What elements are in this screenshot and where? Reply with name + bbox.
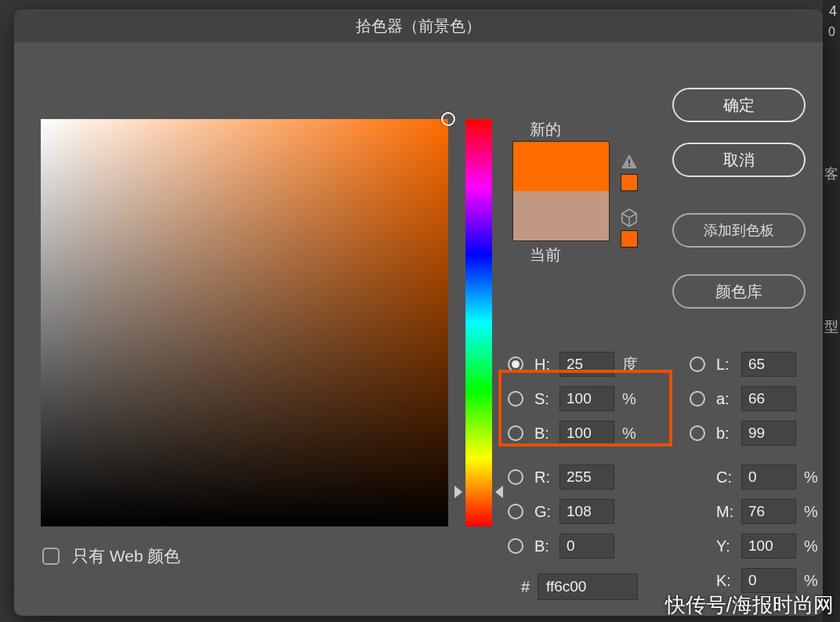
- h-label: H:: [534, 356, 559, 374]
- hue-indicator-right[interactable]: [495, 486, 503, 498]
- s-input[interactable]: [559, 386, 614, 411]
- color-comparison-swatch: [512, 141, 610, 241]
- m-input[interactable]: [741, 499, 796, 524]
- rgb-b-radio[interactable]: [508, 538, 523, 554]
- hsb-s-row: S: %: [508, 385, 644, 412]
- websafe-warning-icon[interactable]: [621, 208, 638, 227]
- color-picker-dialog: 拾色器（前景色） 新的 当前 确定 取消 添加到色板 颜色库 H: 度 S:: [14, 9, 823, 616]
- s-radio[interactable]: [508, 391, 523, 407]
- rgb-b-label: B:: [534, 537, 559, 555]
- web-only-checkbox[interactable]: [42, 548, 60, 565]
- g-label: G:: [534, 503, 559, 521]
- a-input[interactable]: [741, 386, 796, 411]
- lab-l-row: L:: [690, 351, 796, 378]
- bg-text: 客: [824, 165, 838, 183]
- r-radio[interactable]: [508, 469, 523, 485]
- cmyk-y-row: Y: %: [690, 533, 826, 559]
- rgb-b-row: B:: [508, 533, 614, 559]
- m-label: M:: [716, 503, 741, 521]
- hsb-b-row: B: %: [508, 420, 644, 447]
- b-label: B:: [534, 425, 559, 443]
- hue-indicator-left[interactable]: [454, 486, 462, 498]
- k-unit: %: [804, 572, 826, 590]
- svg-rect-1: [628, 165, 630, 167]
- hex-input[interactable]: [538, 573, 638, 600]
- gamut-warning-swatch[interactable]: [621, 174, 638, 191]
- l-radio[interactable]: [690, 356, 705, 372]
- hsb-h-row: H: 度: [508, 351, 644, 378]
- ok-button[interactable]: 确定: [672, 88, 806, 122]
- s-label: S:: [534, 390, 559, 408]
- hex-label: #: [508, 578, 530, 596]
- lab-a-row: a:: [690, 385, 796, 412]
- m-unit: %: [804, 503, 826, 521]
- web-only-row: 只有 Web 颜色: [42, 545, 180, 567]
- bg-text: 型: [824, 317, 838, 336]
- websafe-warning-swatch[interactable]: [621, 230, 638, 248]
- r-label: R:: [534, 468, 559, 486]
- add-to-swatches-button[interactable]: 添加到色板: [672, 213, 806, 248]
- cancel-button[interactable]: 取消: [672, 143, 806, 177]
- k-label: K:: [716, 572, 741, 590]
- bg-text: 4: [829, 3, 837, 20]
- new-color-label: 新的: [530, 119, 561, 140]
- lab-b-row: b:: [690, 420, 796, 447]
- s-unit: %: [622, 390, 644, 408]
- current-color-swatch[interactable]: [513, 191, 609, 240]
- color-libraries-button[interactable]: 颜色库: [672, 274, 806, 309]
- a-radio[interactable]: [690, 391, 705, 407]
- rgb-r-row: R:: [508, 464, 614, 490]
- sb-picker-indicator[interactable]: [441, 112, 455, 126]
- hex-row: #: [508, 573, 638, 600]
- c-unit: %: [804, 468, 826, 486]
- rgb-g-row: G:: [508, 498, 614, 525]
- hue-slider[interactable]: [465, 119, 492, 526]
- k-input[interactable]: [741, 568, 796, 593]
- b-input[interactable]: [559, 421, 614, 446]
- g-input[interactable]: [559, 499, 614, 524]
- h-radio[interactable]: [508, 356, 523, 372]
- y-label: Y:: [716, 537, 741, 555]
- watermark-text: 快传号/海报时尚网: [665, 591, 834, 619]
- lab-b-input[interactable]: [741, 421, 796, 446]
- g-radio[interactable]: [508, 504, 523, 519]
- b-radio[interactable]: [508, 425, 523, 441]
- svg-rect-0: [628, 159, 630, 163]
- sb-black-gradient: [41, 119, 448, 526]
- cmyk-m-row: M: %: [690, 498, 826, 525]
- l-input[interactable]: [741, 352, 796, 377]
- current-color-label: 当前: [530, 244, 561, 266]
- bg-text: 0: [828, 25, 835, 39]
- gamut-warning-icon[interactable]: [621, 154, 638, 169]
- lab-b-label: b:: [716, 425, 741, 443]
- web-only-label: 只有 Web 颜色: [72, 545, 180, 567]
- dialog-title: 拾色器（前景色）: [14, 9, 823, 42]
- cmyk-k-row: K: %: [690, 567, 826, 594]
- cmyk-c-row: C: %: [690, 464, 826, 490]
- l-label: L:: [716, 356, 741, 374]
- h-input[interactable]: [559, 352, 614, 377]
- lab-b-radio[interactable]: [690, 425, 705, 441]
- rgb-b-input[interactable]: [559, 533, 614, 559]
- h-unit: 度: [622, 354, 644, 375]
- y-input[interactable]: [741, 533, 796, 559]
- a-label: a:: [716, 390, 741, 408]
- background-strip: [823, 0, 840, 622]
- c-input[interactable]: [741, 465, 796, 490]
- b-unit: %: [622, 425, 644, 443]
- y-unit: %: [804, 537, 826, 555]
- new-color-swatch: [513, 142, 609, 191]
- c-label: C:: [716, 468, 741, 486]
- r-input[interactable]: [559, 465, 614, 490]
- saturation-brightness-field[interactable]: [41, 119, 448, 526]
